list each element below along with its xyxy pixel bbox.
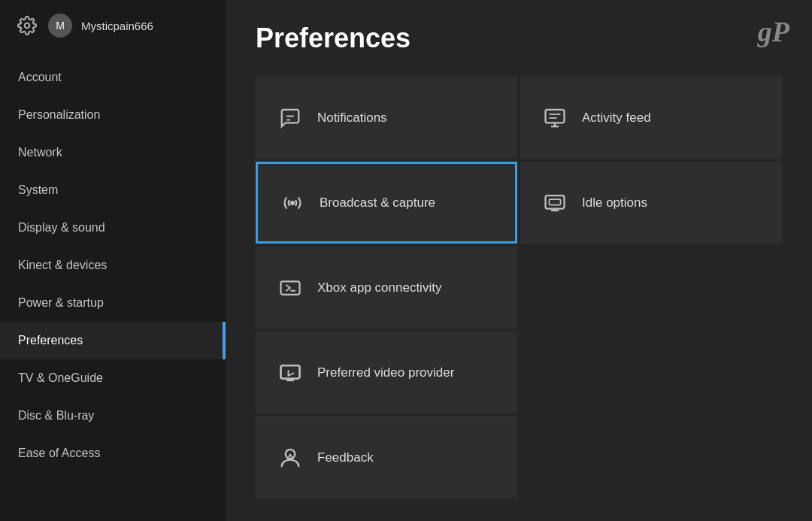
feedback-icon <box>277 444 304 471</box>
sidebar-item-display-sound[interactable]: Display & sound <box>0 209 226 247</box>
preferred-video-provider-icon <box>277 359 304 386</box>
sidebar-item-ease-of-access[interactable]: Ease of Access <box>0 435 226 472</box>
preferred-video-provider-label: Preferred video provider <box>317 365 454 380</box>
idle-options-icon <box>541 189 568 217</box>
sidebar-item-account[interactable]: Account <box>0 59 226 96</box>
gear-icon <box>15 14 39 38</box>
main-content: Preferences gP Notifications <box>226 0 812 521</box>
svg-rect-9 <box>546 195 565 209</box>
feedback-label: Feedback <box>317 450 374 465</box>
sidebar-item-preferences[interactable]: Preferences <box>0 322 226 359</box>
idle-options-label: Idle options <box>582 195 647 211</box>
svg-rect-16 <box>281 365 300 379</box>
settings-item-feedback[interactable]: Feedback <box>256 416 517 498</box>
svg-rect-12 <box>550 199 561 205</box>
xbox-app-connectivity-icon <box>277 274 304 301</box>
broadcast-capture-icon <box>279 189 306 217</box>
sidebar-item-kinect-devices[interactable]: Kinect & devices <box>0 247 226 284</box>
sidebar-item-power-startup[interactable]: Power & startup <box>0 284 226 322</box>
notifications-label: Notifications <box>317 111 387 126</box>
settings-item-broadcast-capture[interactable]: Broadcast & capture <box>256 162 517 244</box>
settings-item-idle-options[interactable]: Idle options <box>520 162 782 244</box>
settings-grid: Notifications Activity feed <box>256 77 782 498</box>
sidebar-header: M Mysticpain666 <box>0 0 226 51</box>
gp-watermark: gP <box>758 15 789 48</box>
settings-item-preferred-video-provider[interactable]: Preferred video provider <box>256 332 517 413</box>
svg-rect-3 <box>546 109 565 123</box>
settings-item-xbox-app-connectivity[interactable]: Xbox app connectivity <box>256 247 517 329</box>
notifications-icon <box>277 105 304 132</box>
settings-item-activity-feed[interactable]: Activity feed <box>520 77 782 159</box>
svg-point-8 <box>291 201 294 204</box>
sidebar-nav: Account Personalization Network System D… <box>0 59 226 472</box>
sidebar: M Mysticpain666 Account Personalization … <box>0 0 226 521</box>
sidebar-item-tv-oneguide[interactable]: TV & OneGuide <box>0 359 226 397</box>
sidebar-item-network[interactable]: Network <box>0 134 226 171</box>
avatar: M <box>48 14 72 38</box>
broadcast-capture-label: Broadcast & capture <box>320 195 435 211</box>
sidebar-item-system[interactable]: System <box>0 171 226 209</box>
svg-rect-15 <box>281 365 300 379</box>
page-title: Preferences <box>256 23 782 54</box>
settings-item-notifications[interactable]: Notifications <box>256 77 517 159</box>
sidebar-username: Mysticpain666 <box>81 20 153 32</box>
activity-feed-icon <box>541 105 568 132</box>
sidebar-item-disc-bluray[interactable]: Disc & Blu-ray <box>0 397 226 435</box>
sidebar-item-personalization[interactable]: Personalization <box>0 96 226 134</box>
svg-point-0 <box>25 23 30 29</box>
activity-feed-label: Activity feed <box>582 111 651 126</box>
xbox-app-connectivity-label: Xbox app connectivity <box>317 280 441 295</box>
